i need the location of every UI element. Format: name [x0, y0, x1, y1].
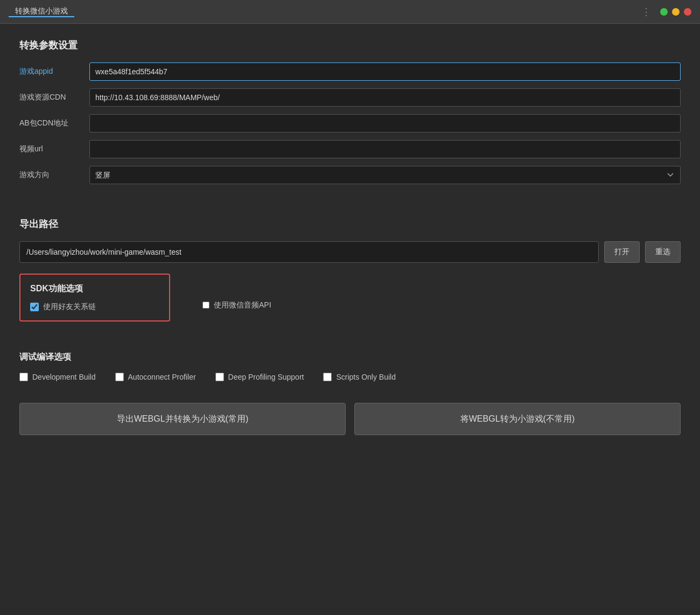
friend-chain-checkbox[interactable]: [30, 303, 39, 311]
debug-section-title: 调试编译选项: [19, 352, 681, 363]
friend-chain-row: 使用好友关系链: [30, 302, 159, 312]
ab-cdn-label: AB包CDN地址: [19, 118, 89, 128]
deep-profiling-checkbox[interactable]: [215, 373, 224, 381]
export-path-section: 导出路径 打开 重选: [19, 218, 681, 263]
orientation-select[interactable]: 竖屏 横屏: [89, 166, 681, 184]
appid-label: 游戏appid: [19, 67, 89, 76]
export-path-input[interactable]: [19, 241, 599, 263]
deep-profiling-item: Deep Profiling Support: [215, 373, 304, 381]
wechat-audio-checkbox[interactable]: [202, 302, 209, 309]
close-dot[interactable]: [684, 8, 691, 16]
orientation-row: 游戏方向 竖屏 横屏: [19, 166, 681, 184]
export-path-row: 打开 重选: [19, 241, 681, 263]
sdk-row-container: SDK功能选项 使用好友关系链 使用微信音频API: [19, 274, 681, 337]
main-content: 转换参数设置 游戏appid 游戏资源CDN AB包CDN地址 视频url 游戏…: [0, 24, 700, 457]
sdk-section-title: SDK功能选项: [30, 283, 159, 295]
cdn-row: 游戏资源CDN: [19, 88, 681, 107]
sdk-section: SDK功能选项 使用好友关系链: [19, 274, 170, 322]
scripts-only-item: Scripts Only Build: [323, 373, 395, 381]
scripts-only-label: Scripts Only Build: [336, 373, 395, 381]
development-build-label: Development Build: [32, 373, 96, 381]
titlebar-tab[interactable]: 转换微信小游戏: [9, 6, 74, 17]
wechat-audio-row: 使用微信音频API: [202, 300, 271, 310]
development-build-item: Development Build: [19, 373, 96, 381]
minimize-dot[interactable]: [660, 8, 668, 16]
ab-cdn-input[interactable]: [89, 114, 681, 132]
params-section-title: 转换参数设置: [19, 39, 681, 52]
titlebar: 转换微信小游戏 ⋮: [0, 0, 700, 24]
debug-section: 调试编译选项 Development Build Autoconnect Pro…: [19, 352, 681, 381]
deep-profiling-label: Deep Profiling Support: [228, 373, 304, 381]
orientation-label: 游戏方向: [19, 170, 89, 180]
export-webgl-button[interactable]: 导出WEBGL并转换为小游戏(常用): [19, 403, 346, 435]
open-folder-button[interactable]: 打开: [604, 241, 640, 263]
video-url-row: 视频url: [19, 140, 681, 158]
convert-webgl-button[interactable]: 将WEBGL转为小游戏(不常用): [354, 403, 681, 435]
cdn-label: 游戏资源CDN: [19, 93, 89, 102]
video-url-label: 视频url: [19, 144, 89, 154]
autoconnect-profiler-checkbox[interactable]: [115, 373, 124, 381]
reselect-button[interactable]: 重选: [645, 241, 681, 263]
autoconnect-profiler-item: Autoconnect Profiler: [115, 373, 196, 381]
development-build-checkbox[interactable]: [19, 373, 28, 381]
maximize-dot[interactable]: [672, 8, 680, 16]
action-buttons: 导出WEBGL并转换为小游戏(常用) 将WEBGL转为小游戏(不常用): [19, 403, 681, 435]
dots-icon: ⋮: [641, 6, 652, 18]
appid-input[interactable]: [89, 62, 681, 81]
friend-chain-label: 使用好友关系链: [43, 302, 96, 312]
wechat-audio-label: 使用微信音频API: [214, 300, 271, 310]
video-url-input[interactable]: [89, 140, 681, 158]
cdn-input[interactable]: [89, 88, 681, 107]
export-path-title: 导出路径: [19, 218, 681, 230]
debug-checkboxes: Development Build Autoconnect Profiler D…: [19, 373, 681, 381]
scripts-only-checkbox[interactable]: [323, 373, 332, 381]
appid-row: 游戏appid: [19, 62, 681, 81]
autoconnect-profiler-label: Autoconnect Profiler: [128, 373, 196, 381]
ab-cdn-row: AB包CDN地址: [19, 114, 681, 132]
titlebar-controls: ⋮: [641, 6, 691, 18]
